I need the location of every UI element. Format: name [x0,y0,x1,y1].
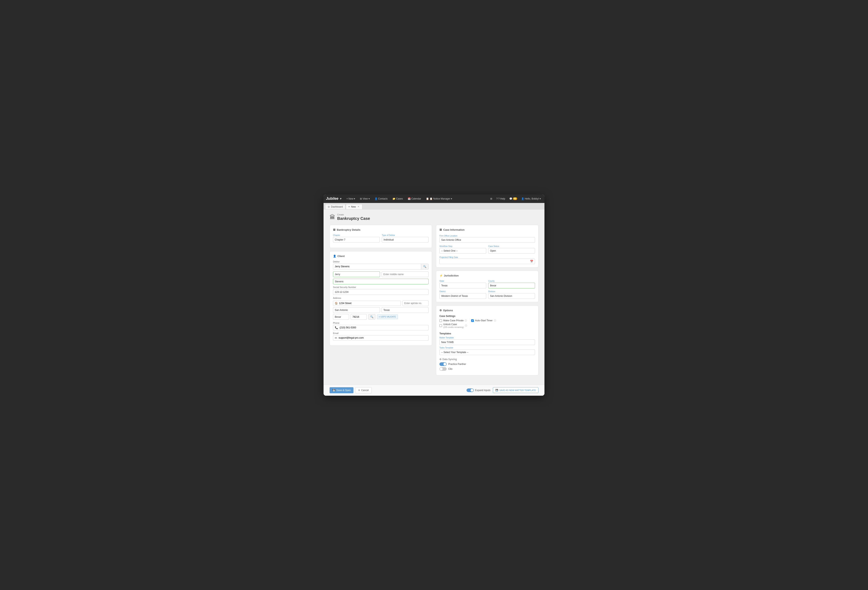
sync-gear-icon: ⚙ [440,358,441,361]
make-private-checkbox[interactable] [440,319,442,322]
last-name-input[interactable] [333,279,428,284]
tab-close-button[interactable]: ✕ [357,206,360,208]
bottom-right: Expand Inputs 💾 SAVE AS NEW MATTER TEMPL… [466,387,539,393]
cases-button[interactable]: 📁 Cases [391,197,404,201]
chapter-type-row: Chapter Type of Debtor [333,234,428,243]
calendar-button[interactable]: 📅 Calendar [406,197,423,201]
firm-location-field: Firm Office Location [440,234,535,243]
projected-date-input[interactable] [441,260,530,263]
apt-input[interactable] [403,300,428,306]
phone-input[interactable] [340,326,427,329]
auto-timer-info-icon[interactable]: ⓘ [494,319,496,322]
options-title: ⚙ Options [440,309,535,312]
bottom-bar: 💾 Save & Open ✕ Cancel Expand Inputs 💾 S… [323,384,545,396]
clio-toggle[interactable] [440,367,447,371]
usps-validate-button[interactable]: ≡ USPS VALIDATE [377,315,398,319]
tab-dashboard[interactable]: ⊙ Dashboard [325,204,345,209]
user-label: Hello, Bobby! [525,197,539,200]
notice-manager-button[interactable]: 📋 📋 Notice Manager ▾ [424,197,454,201]
gear-icon: ⚙ [440,309,442,312]
middle-name-input[interactable] [382,272,428,277]
cancel-button[interactable]: ✕ Cancel [355,387,372,393]
state-jur-input[interactable] [440,283,486,288]
messages-badge: 46 [513,197,517,200]
grid-icon: ⊞ [490,197,492,200]
expand-inputs-toggle[interactable] [466,389,474,392]
matter-template-input[interactable] [440,339,535,345]
first-name-input[interactable] [333,272,380,277]
district-input[interactable] [440,293,486,299]
workflow-input[interactable] [440,248,486,254]
new-menu-button[interactable]: + New ▾ [345,197,357,201]
county-input[interactable] [333,314,349,320]
county-jur-input[interactable] [488,283,535,288]
case-info-title: 🏛 Case Information [440,228,535,231]
address-section: Address 🏠 [333,297,428,320]
make-private-row: Make Case Private ⓘ [440,319,467,322]
messages-button[interactable]: 💬 46 [508,197,518,201]
bankruptcy-details-section: 🏛 Bankruptcy Details Chapter Type of Deb… [329,225,432,248]
right-column: 🏛 Case Information Firm Office Location … [436,225,539,379]
page-header-text: Create Bankruptcy Case [337,213,370,221]
help-button[interactable]: ? ? Help [495,197,506,201]
zip-search-button[interactable]: 🔍 [368,314,375,319]
tasks-template-label: Tasks Template [440,347,535,349]
logo: Jubilee ✦ [326,197,342,201]
view-menu-button[interactable]: ⊞ View ▾ [358,197,371,201]
save-template-icon: 💾 [496,389,498,392]
form-columns: 🏛 Bankruptcy Details Chapter Type of Deb… [329,225,539,379]
calendar-icon: 📅 [408,197,411,200]
practice-panther-toggle[interactable] [440,362,447,366]
email-row: ✉ [333,335,428,341]
practice-panther-label: Practice Panther [448,363,466,365]
data-syncing-section: ⚙ Data Syncing Practice Panther Clio [440,358,535,371]
debtor-search-button[interactable]: 🔍 [421,264,428,269]
debtor-type-input[interactable] [382,237,428,243]
email-input[interactable] [339,336,427,339]
nav-right: ⊞ ? ? Help 💬 46 👤 Hello, Bobby! ▾ [489,197,542,201]
firm-location-input[interactable] [440,237,535,243]
contacts-icon: 👤 [375,197,378,200]
save-template-button[interactable]: 💾 SAVE AS NEW MATTER TEMPLATE [493,387,539,393]
ssn-input[interactable] [333,289,428,295]
user-menu-button[interactable]: 👤 Hello, Bobby! ▾ [520,197,542,201]
help-icon: ? [496,197,497,200]
save-open-label: Save & Open [337,389,351,392]
city-input[interactable] [333,307,380,313]
state-input[interactable] [382,307,428,313]
unlock-case-checkbox[interactable] [440,324,442,327]
auto-timer-checkbox[interactable] [471,319,474,322]
ssn-label: Social Security Number [333,286,428,288]
state-label: State [440,280,486,282]
make-private-info-icon[interactable]: ⓘ [465,319,467,322]
building-icon: 🏛 [329,214,335,220]
unlock-case-info-icon[interactable]: ⓘ [465,324,467,327]
street-input[interactable] [339,302,399,305]
tab-dashboard-label: Dashboard [331,206,343,208]
tasks-template-field: Tasks Template [440,347,535,355]
unlock-case-label: Unlock Case (205 credits remaining) [443,323,464,328]
save-open-button[interactable]: 💾 Save & Open [329,387,353,393]
tab-new[interactable]: + New ✕ [346,204,362,209]
debtor-search-input[interactable] [333,264,421,269]
main-content: 🏛 Create Bankruptcy Case 🏛 Bankruptcy De… [323,209,545,384]
city-state-row [333,307,428,313]
user-icon: 👤 [521,197,524,200]
division-input[interactable] [488,293,535,299]
calendar-icon[interactable]: 📅 [530,260,533,263]
grid-button[interactable]: ⊞ [489,197,493,201]
notice-manager-chevron: ▾ [451,197,452,200]
case-status-input[interactable] [488,248,535,254]
cancel-icon: ✕ [358,389,360,392]
home-icon: 🏠 [335,302,338,305]
phone-icon: 📞 [335,326,338,329]
workflow-field: Workflow Step [440,245,486,254]
zip-input[interactable] [351,314,367,320]
unlock-case-row: Unlock Case (205 credits remaining) ⓘ [440,323,467,328]
phone-label-text: Phone [333,322,428,324]
chapter-input[interactable] [333,237,380,243]
tasks-template-input[interactable] [440,349,535,355]
projected-date-label: Projected Filing Date [440,256,458,259]
chapter-label: Chapter [333,234,380,236]
contacts-button[interactable]: 👤 Contacts [373,197,389,201]
